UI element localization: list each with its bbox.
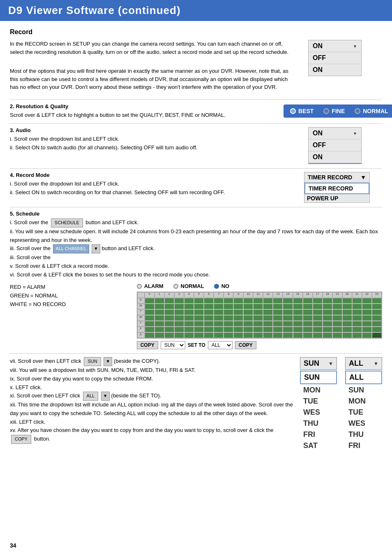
sun-mon[interactable]: MON [300,385,337,396]
grid-cell-0-8[interactable] [224,298,233,304]
grid-cell-0-16[interactable] [303,298,313,304]
grid-cell-0-18[interactable] [323,298,332,304]
power-up-item[interactable]: POWER UP [304,194,369,202]
grid-cell-4-18[interactable] [323,321,332,327]
grid-cell-1-6[interactable] [204,304,214,309]
grid-cell-0-14[interactable] [283,298,293,304]
quality-normal[interactable]: NORMAL [355,108,388,114]
grid-cell-6-22[interactable] [362,332,372,338]
all-channel-dropdown[interactable]: ▼ [92,244,100,253]
grid-cell-3-9[interactable] [233,315,243,321]
grid-cell-6-15[interactable] [293,332,303,338]
grid-cell-5-4[interactable] [184,327,194,332]
grid-cell-5-6[interactable] [204,327,214,332]
timer-dropdown-arrow[interactable]: ▼ [360,174,366,181]
grid-cell-6-18[interactable] [323,332,332,338]
grid-cell-4-5[interactable] [194,321,204,327]
grid-cell-2-12[interactable] [263,309,273,315]
grid-cell-1-18[interactable] [323,304,332,309]
grid-cell-3-4[interactable] [184,315,194,321]
grid-cell-5-14[interactable] [283,327,293,332]
grid-cell-4-9[interactable] [233,321,243,327]
grid-cell-1-2[interactable] [164,304,174,309]
grid-cell-2-1[interactable] [154,309,164,315]
grid-cell-0-9[interactable] [233,298,243,304]
grid-cell-0-4[interactable] [184,298,194,304]
grid-cell-4-8[interactable] [224,321,233,327]
grid-cell-4-22[interactable] [362,321,372,327]
grid-cell-2-5[interactable] [194,309,204,315]
grid-cell-6-5[interactable] [194,332,204,338]
sun-fri[interactable]: FRI [300,429,337,440]
grid-cell-3-22[interactable] [362,315,372,321]
grid-cell-5-15[interactable] [293,327,303,332]
normal-option[interactable]: NORMAL [173,283,204,289]
grid-cell-4-15[interactable] [293,321,303,327]
grid-cell-2-15[interactable] [293,309,303,315]
all-wes[interactable]: WES [345,418,382,429]
all-dropdown-header[interactable]: ALL ▼ [345,357,382,370]
grid-cell-5-11[interactable] [253,327,263,332]
grid-cell-6-21[interactable] [352,332,362,338]
grid-cell-0-7[interactable] [214,298,224,304]
on-item-1[interactable]: ON ▼ [309,40,361,52]
all-thu[interactable]: THU [345,429,382,440]
grid-cell-0-20[interactable] [342,298,352,304]
grid-cell-4-13[interactable] [273,321,283,327]
alarm-option[interactable]: ALARM [137,283,164,289]
timer-record-dropdown[interactable]: TIMER RECORD ▼ [304,172,369,183]
grid-cell-1-12[interactable] [263,304,273,309]
quality-best[interactable]: BEST [290,108,314,114]
grid-cell-0-1[interactable] [154,298,164,304]
grid-cell-2-9[interactable] [233,309,243,315]
sun-tue[interactable]: TUE [300,396,337,407]
grid-cell-1-13[interactable] [273,304,283,309]
grid-cell-4-21[interactable] [352,321,362,327]
grid-cell-2-4[interactable] [184,309,194,315]
grid-cell-6-2[interactable] [164,332,174,338]
grid-cell-4-1[interactable] [154,321,164,327]
grid-cell-5-5[interactable] [194,327,204,332]
grid-cell-2-23[interactable] [372,309,382,315]
grid-cell-3-19[interactable] [332,315,342,321]
grid-cell-1-14[interactable] [283,304,293,309]
grid-cell-2-7[interactable] [214,309,224,315]
grid-cell-3-5[interactable] [194,315,204,321]
grid-cell-6-20[interactable] [342,332,352,338]
grid-cell-6-10[interactable] [243,332,253,338]
copy-button-1[interactable]: COPY [137,341,158,349]
grid-cell-6-3[interactable] [174,332,184,338]
no-option[interactable]: NO [214,283,230,289]
grid-cell-4-14[interactable] [283,321,293,327]
grid-cell-3-23[interactable] [372,315,382,321]
grid-cell-3-16[interactable] [303,315,313,321]
grid-cell-6-17[interactable] [313,332,323,338]
grid-cell-6-16[interactable] [303,332,313,338]
grid-cell-0-0[interactable] [145,298,154,304]
grid-cell-2-3[interactable] [174,309,184,315]
grid-cell-6-1[interactable] [154,332,164,338]
grid-cell-2-20[interactable] [342,309,352,315]
grid-cell-1-20[interactable] [342,304,352,309]
grid-cell-6-6[interactable] [204,332,214,338]
grid-cell-2-13[interactable] [273,309,283,315]
grid-cell-5-9[interactable] [233,327,243,332]
schedule-btn[interactable]: SCHEDULE [51,218,83,227]
grid-cell-2-18[interactable] [323,309,332,315]
all-channel-btn[interactable]: ALL CHANNEL [53,244,90,253]
all-mon[interactable]: MON [345,396,382,407]
grid-cell-5-16[interactable] [303,327,313,332]
grid-cell-5-1[interactable] [154,327,164,332]
sun-inline-btn[interactable]: SUN [84,357,101,366]
grid-cell-0-21[interactable] [352,298,362,304]
grid-cell-2-22[interactable] [362,309,372,315]
grid-cell-1-1[interactable] [154,304,164,309]
grid-cell-1-16[interactable] [303,304,313,309]
grid-cell-6-19[interactable] [332,332,342,338]
grid-cell-4-10[interactable] [243,321,253,327]
sun-big-arrow[interactable]: ▼ [328,361,333,367]
grid-cell-1-7[interactable] [214,304,224,309]
grid-cell-3-18[interactable] [323,315,332,321]
grid-cell-1-0[interactable] [145,304,154,309]
grid-cell-6-12[interactable] [263,332,273,338]
